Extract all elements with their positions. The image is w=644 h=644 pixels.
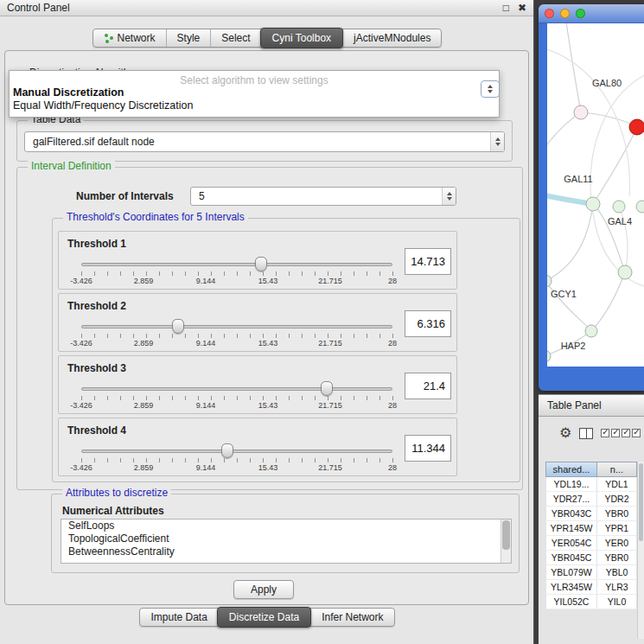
checkbox-icon[interactable]	[622, 429, 630, 437]
threshold-panel-1: Threshold 1-3.4262.8599.14415.4321.71528	[58, 231, 457, 290]
threshold-slider[interactable]: -3.4262.8599.14415.4321.71528	[81, 318, 392, 349]
network-node[interactable]	[629, 119, 644, 135]
slider-axis-labels: -3.4262.8599.14415.4321.71528	[81, 339, 392, 348]
threshold-slider[interactable]: -3.4262.8599.14415.4321.71528	[81, 256, 392, 287]
zoom-traffic-light-icon[interactable]	[576, 9, 585, 18]
network-node[interactable]	[636, 201, 644, 213]
column-header-name[interactable]: n...	[597, 462, 637, 477]
apply-button[interactable]: Apply	[233, 580, 294, 599]
table-panel-title: Table Panel	[547, 399, 602, 411]
algorithm-combobox-stepper[interactable]	[481, 80, 500, 98]
table-row[interactable]: YPR145WYPR1	[545, 521, 637, 536]
bottom-tabbar: Impute DataDiscretize DataInfer Network	[0, 608, 534, 627]
tab-label: Cyni Toolbox	[272, 32, 331, 44]
table-row[interactable]: YLR345WYLR3	[545, 580, 637, 595]
tab-cyni-toolbox[interactable]: Cyni Toolbox	[260, 28, 343, 48]
tab-label: Infer Network	[322, 611, 383, 623]
tab-impute-data[interactable]: Impute Data	[140, 609, 217, 626]
float-icon[interactable]: □	[503, 3, 509, 13]
axis-tick-label: 21.715	[318, 463, 342, 472]
axis-tick-label: 28	[388, 277, 397, 285]
threshold-value-input[interactable]	[405, 435, 451, 462]
slider-axis-labels: -3.4262.8599.14415.4321.71528	[81, 463, 392, 473]
table-scrollbar[interactable]	[637, 462, 644, 639]
attributes-scrollbar[interactable]	[501, 520, 511, 563]
network-node[interactable]	[618, 265, 632, 279]
network-node[interactable]	[574, 105, 588, 119]
slider-track	[81, 325, 392, 328]
cyni-toolbox-panel: Discretization Algorithm Table Data galF…	[4, 50, 529, 605]
column-header-shared-name[interactable]: shared...	[545, 462, 597, 477]
gear-icon[interactable]: ⚙	[559, 426, 571, 440]
attribute-list-item-selfloops[interactable]: SelfLoops	[61, 520, 511, 532]
network-node[interactable]	[547, 275, 552, 287]
slider-thumb[interactable]	[172, 319, 184, 334]
axis-tick-label: 21.715	[318, 339, 342, 348]
threshold-value-input[interactable]	[405, 248, 451, 275]
numerical-attributes-label: Numerical Attributes	[62, 505, 164, 517]
slider-thumb[interactable]	[321, 381, 333, 396]
network-node[interactable]	[585, 325, 597, 337]
threshold-slider[interactable]: -3.4262.8599.14415.4321.71528	[81, 443, 392, 474]
network-graph: GAL80GAL11GAL4GCY1HAP2	[547, 23, 644, 367]
threshold-value-input[interactable]	[405, 373, 451, 399]
table-data-group: Table Data galFiltered.sif default node	[16, 120, 513, 162]
number-of-intervals-combobox[interactable]: 5	[190, 187, 456, 206]
tab-infer-network[interactable]: Infer Network	[310, 609, 393, 626]
close-traffic-light-icon[interactable]	[545, 9, 554, 18]
tab-discretize-data[interactable]: Discretize Data	[217, 607, 311, 628]
network-node[interactable]	[547, 350, 551, 362]
axis-tick-label: 15.43	[258, 339, 278, 348]
table-panel: ⚙ shared... n... YDL19...YDL1YDR27...YDR…	[539, 417, 644, 644]
slider-ticks	[81, 458, 393, 462]
minimize-traffic-light-icon[interactable]	[560, 9, 570, 18]
tab-label: Select	[221, 32, 250, 44]
table-row[interactable]: YBL079WYBL0	[545, 565, 637, 580]
checkbox-icon[interactable]	[601, 429, 609, 437]
table-row[interactable]: YBR043CYBR0	[545, 507, 637, 521]
network-node[interactable]	[613, 201, 625, 213]
network-edge	[564, 23, 581, 112]
threshold-value-input[interactable]	[405, 310, 451, 337]
tab-select[interactable]: Select	[210, 29, 260, 47]
network-canvas[interactable]: GAL80GAL11GAL4GCY1HAP2	[547, 23, 644, 367]
cell-name: YDL1	[597, 477, 637, 491]
threshold-label: Threshold 4	[67, 424, 126, 437]
tab-network[interactable]: Network	[93, 29, 166, 47]
cell-shared-name: YPR145W	[545, 521, 597, 535]
algorithm-option-manual-discretization[interactable]: Manual Discretization	[10, 86, 499, 99]
attributes-list[interactable]: SelfLoopsTopologicalCoefficientBetweenne…	[61, 519, 512, 564]
table-row[interactable]: YDL19...YDL1	[545, 477, 637, 492]
axis-tick-label: 2.859	[134, 463, 154, 472]
attribute-list-item-topologicalcoefficient[interactable]: TopologicalCoefficient	[61, 532, 511, 545]
slider-thumb[interactable]	[221, 443, 233, 458]
table-row[interactable]: YIL052CYIL0	[545, 595, 637, 609]
network-node[interactable]	[586, 197, 600, 211]
table-data-combobox[interactable]: galFiltered.sif default node	[24, 131, 505, 152]
scrollbar-thumb[interactable]	[502, 520, 510, 550]
axis-tick-label: 9.144	[196, 401, 216, 410]
table-row[interactable]: YDR27...YDR2	[545, 492, 637, 507]
network-view-window[interactable]: GAL80GAL11GAL4GCY1HAP2	[539, 4, 644, 391]
cell-name: YBR0	[597, 507, 637, 520]
axis-tick-label: 9.144	[196, 463, 216, 472]
table-row[interactable]: YER054CYER0	[545, 536, 637, 551]
attribute-list-item-betweennesscentrality[interactable]: BetweennessCentrality	[61, 545, 511, 558]
axis-tick-label: 15.43	[258, 277, 278, 285]
table-row[interactable]: YBR045CYBR0	[545, 551, 637, 565]
cell-shared-name: YIL052C	[545, 595, 597, 609]
threshold-slider[interactable]: -3.4262.8599.14415.4321.71528	[81, 380, 392, 411]
tab-label: Network	[118, 32, 156, 44]
network-window-titlebar[interactable]	[539, 4, 644, 23]
tab-jactivemnodules[interactable]: jActiveMNodules	[342, 29, 441, 47]
scrollbar-thumb[interactable]	[639, 463, 643, 541]
algorithm-option-equal-width-frequency-discretization[interactable]: Equal Width/Frequency Discretization	[10, 99, 499, 112]
tab-style[interactable]: Style	[166, 29, 211, 47]
checkbox-icon[interactable]	[611, 429, 620, 437]
column-selector-icon[interactable]	[579, 428, 593, 439]
interval-definition-label: Interval Definition	[28, 161, 115, 172]
network-edge	[581, 112, 637, 127]
close-icon[interactable]: ✖	[518, 3, 526, 13]
checkbox-icon[interactable]	[632, 429, 641, 437]
slider-thumb[interactable]	[255, 257, 267, 271]
